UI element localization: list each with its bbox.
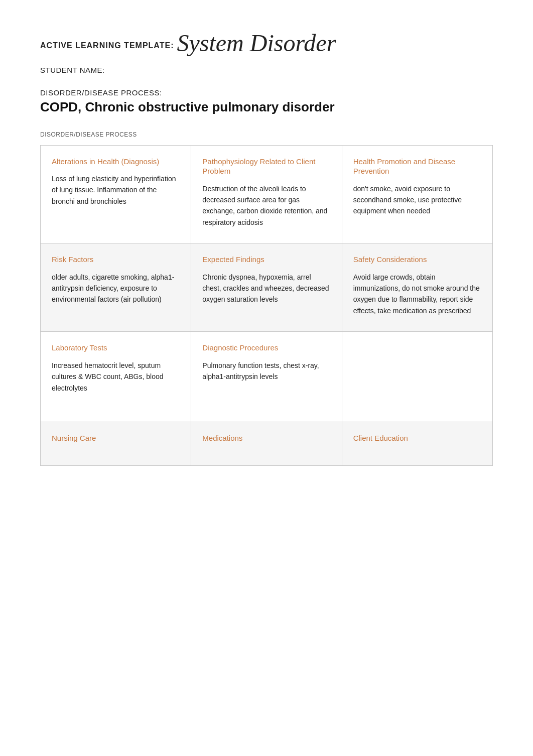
cell-1-2: Pathophysiology Related to Client Proble…: [191, 145, 342, 243]
cell-4-3-heading: Client Education: [353, 433, 481, 443]
main-title: Active Learning Template:System Disorder: [40, 30, 493, 57]
grid-row-1: Alterations in Health (Diagnosis) Loss o…: [41, 145, 493, 243]
cell-1-3-body: don't smoke, avoid exposure to secondhan…: [353, 183, 481, 217]
cell-2-1-heading: Risk Factors: [52, 255, 180, 265]
cell-1-2-heading: Pathophysiology Related to Client Proble…: [202, 157, 330, 176]
cell-3-2-body: Pulmonary function tests, chest x-ray, a…: [202, 360, 330, 383]
cell-3-2-heading: Diagnostic Procedures: [202, 343, 330, 353]
template-label: Active Learning Template:: [40, 41, 174, 50]
cell-2-1: Risk Factors older adults, cigarette smo…: [41, 243, 191, 332]
cell-4-3: Client Education: [342, 422, 492, 466]
cell-3-1: Laboratory Tests Increased hematocrit le…: [41, 332, 191, 422]
cell-2-2: Expected Findings Chronic dyspnea, hypox…: [191, 243, 342, 332]
page-header: Active Learning Template:System Disorder…: [40, 30, 493, 116]
cell-4-2-heading: Medications: [202, 433, 330, 443]
main-grid: Alterations in Health (Diagnosis) Loss o…: [40, 145, 493, 466]
cell-3-1-body: Increased hematocrit level, sputum cultu…: [52, 360, 180, 394]
grid-row-2: Risk Factors older adults, cigarette smo…: [41, 243, 493, 332]
cell-2-1-body: older adults, cigarette smoking, alpha1-…: [52, 272, 180, 305]
title-text: System Disorder: [177, 30, 336, 56]
cell-4-2: Medications: [191, 422, 342, 466]
cell-3-1-heading: Laboratory Tests: [52, 343, 180, 353]
grid-row-3: Laboratory Tests Increased hematocrit le…: [41, 332, 493, 422]
cell-1-2-body: Destruction of the alveoli leads to decr…: [202, 183, 330, 228]
cell-1-1: Alterations in Health (Diagnosis) Loss o…: [41, 145, 191, 243]
cell-1-1-body: Loss of lung elasticity and hyperinflati…: [52, 173, 180, 207]
disorder-title: COPD, Chronic obstructive pulmonary diso…: [40, 99, 493, 116]
cell-1-3: Health Promotion and Disease Prevention …: [342, 145, 492, 243]
cell-1-3-heading: Health Promotion and Disease Prevention: [353, 157, 481, 176]
grid-row-4: Nursing Care Medications Client Educatio…: [41, 422, 493, 466]
cell-2-3: Safety Considerations Avoid large crowds…: [342, 243, 492, 332]
disorder-label: Disorder/Disease Process:: [40, 88, 493, 97]
cell-4-1: Nursing Care: [41, 422, 191, 466]
cell-2-2-body: Chronic dyspnea, hypoxemia, arrel chest,…: [202, 272, 330, 305]
cell-4-1-heading: Nursing Care: [52, 433, 180, 443]
cell-2-3-heading: Safety Considerations: [353, 255, 481, 265]
student-name-label: Student Name:: [40, 66, 493, 74]
cell-2-2-heading: Expected Findings: [202, 255, 330, 265]
cell-2-3-body: Avoid large crowds, obtain immunizations…: [353, 272, 481, 317]
cell-3-2: Diagnostic Procedures Pulmonary function…: [191, 332, 342, 422]
section-label: Disorder/Disease Process: [40, 131, 493, 138]
cell-3-3: [342, 332, 492, 422]
cell-1-1-heading: Alterations in Health (Diagnosis): [52, 157, 180, 167]
